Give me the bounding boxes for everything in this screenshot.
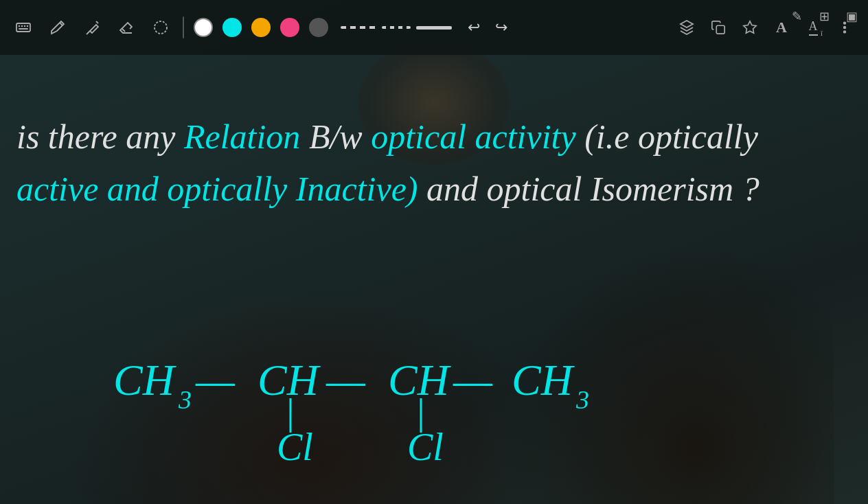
main-content: is there any Relation B/w optical activi… bbox=[0, 55, 868, 504]
svg-rect-0 bbox=[16, 23, 30, 32]
divider-1 bbox=[183, 16, 184, 38]
ch-2: CH bbox=[258, 356, 321, 404]
cl-label-2: Cl bbox=[407, 426, 444, 468]
text-ie-optically: (i.e optically bbox=[584, 117, 758, 156]
dashed-line-2[interactable] bbox=[382, 26, 411, 29]
svg-marker-10 bbox=[744, 21, 756, 33]
orange-color-button[interactable] bbox=[251, 18, 271, 37]
undo-redo-group: ↩ ↪ bbox=[461, 15, 514, 40]
ch-3: CH bbox=[388, 356, 452, 404]
dashed-line-1[interactable] bbox=[341, 26, 376, 29]
text-there: there bbox=[48, 117, 126, 156]
line-options bbox=[341, 26, 452, 30]
ch3-left-subscript: 3 bbox=[178, 385, 192, 414]
text-active-inactive: active and optically Inactive) bbox=[16, 170, 426, 208]
cyan-color-button[interactable] bbox=[222, 18, 242, 37]
pen-icon[interactable] bbox=[45, 15, 70, 40]
svg-point-13 bbox=[844, 31, 846, 33]
top-right-controls: ✎ ⊞ ▣ bbox=[786, 5, 863, 27]
text-line1: is there any Relation B/w optical activi… bbox=[16, 118, 854, 156]
dark-color-button[interactable] bbox=[309, 18, 328, 37]
highlighter-icon[interactable] bbox=[80, 15, 104, 40]
cl-label-1: Cl bbox=[277, 426, 313, 468]
pencil-icon[interactable]: ✎ bbox=[786, 5, 808, 27]
selection-icon[interactable] bbox=[148, 15, 173, 40]
text-optical-activity: optical activity bbox=[371, 117, 584, 156]
text-bw: B/w bbox=[309, 117, 371, 156]
copy-icon[interactable] bbox=[706, 15, 731, 40]
toolbar: ↩ ↪ A A ī bbox=[0, 0, 868, 55]
dash1: — bbox=[195, 356, 236, 404]
bookmark-icon[interactable] bbox=[738, 15, 762, 40]
svg-point-8 bbox=[155, 21, 167, 34]
ch3-right: CH bbox=[512, 356, 575, 404]
text-relation: Relation bbox=[184, 117, 309, 156]
text-is: is bbox=[16, 117, 48, 156]
dash3: — bbox=[453, 356, 493, 404]
redo-button[interactable]: ↪ bbox=[489, 15, 514, 40]
eraser-icon[interactable] bbox=[114, 15, 139, 40]
text-and-optical-isomerism: and optical Isomerism ? bbox=[426, 170, 760, 208]
dash2: — bbox=[326, 356, 366, 404]
layers-icon[interactable] bbox=[674, 15, 699, 40]
keyboard-icon[interactable] bbox=[11, 15, 36, 40]
window-icon[interactable]: ▣ bbox=[841, 5, 863, 27]
text-any: any bbox=[126, 117, 184, 156]
pink-color-button[interactable] bbox=[280, 18, 299, 37]
svg-line-7 bbox=[122, 29, 125, 32]
ch3-right-subscript: 3 bbox=[575, 385, 589, 414]
chemical-formula-svg: CH 3 — CH Cl — CH Cl — CH 3 bbox=[113, 340, 628, 491]
svg-rect-9 bbox=[716, 25, 724, 34]
panels-icon[interactable]: ⊞ bbox=[813, 5, 835, 27]
text-line2: active and optically Inactive) and optic… bbox=[16, 170, 854, 208]
solid-line[interactable] bbox=[416, 26, 452, 30]
white-color-button[interactable] bbox=[194, 18, 213, 37]
ch3-left: CH bbox=[113, 356, 177, 404]
undo-button[interactable]: ↩ bbox=[461, 15, 486, 40]
